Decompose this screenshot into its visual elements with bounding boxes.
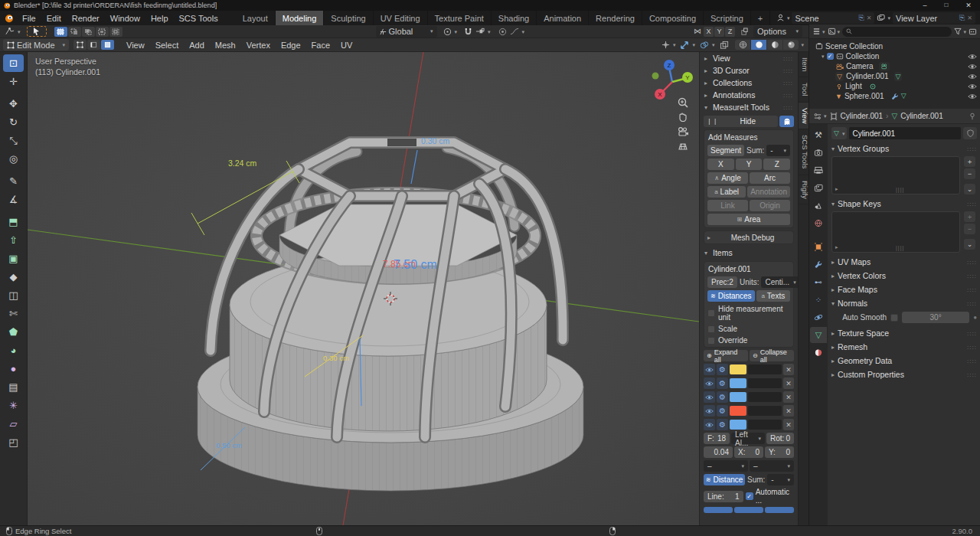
align-dropdown[interactable]: Left Al...▾ [731, 433, 765, 444]
partial-button-2[interactable] [734, 507, 763, 513]
delete-measure-icon[interactable]: ✕ [783, 391, 794, 403]
tool-annotate[interactable]: ✎ [3, 172, 24, 190]
panel-header-vertex-groups[interactable]: ▾Vertex Groups:::: [831, 142, 977, 155]
collection-checkbox[interactable]: ✓ [827, 53, 834, 60]
app-menu-blender-icon[interactable] [0, 13, 17, 23]
tool-extrude-region[interactable]: ⇧ [3, 231, 24, 249]
modifier-wrench-icon[interactable] [891, 93, 899, 100]
visibility-eye-icon[interactable] [704, 377, 715, 389]
viewport-menu-face[interactable]: Face [306, 38, 335, 51]
editor-type-icon[interactable]: ▾ [812, 28, 825, 35]
sidebar-tab-view[interactable]: View [799, 103, 809, 129]
angle-button[interactable]: ∧Angle [707, 172, 748, 184]
transform-orientation-dropdown[interactable]: Global▾ [376, 26, 437, 38]
viewport-3d[interactable]: 0.30 cm 3.24 cm 7.85 cm 7.50 cm 0.30 cm … [28, 52, 699, 525]
grid-perspective-icon[interactable] [677, 140, 689, 152]
select-mode-extend-button[interactable] [68, 27, 81, 37]
select-mode-subtract-button[interactable] [82, 27, 95, 37]
tool-scale[interactable]: ⤡ [3, 132, 24, 149]
show-gizmo-dropdown[interactable]: ▾ [662, 41, 676, 49]
measureit-ghost-button[interactable] [779, 116, 794, 127]
units-dropdown[interactable]: Centi...▾ [761, 276, 798, 288]
tool-knife[interactable]: ✄ [3, 305, 24, 322]
outliner-row-light[interactable]: Light [809, 81, 980, 91]
visibility-eye-icon[interactable] [968, 93, 977, 100]
add-vertex-group-button[interactable]: ＋ [964, 156, 975, 167]
workspace-tab-scripting[interactable]: Scripting [704, 11, 751, 25]
automatic-checkbox[interactable]: ✓ [746, 492, 753, 500]
workspace-tab-sculpting[interactable]: Sculpting [324, 11, 373, 25]
workspace-tab-modeling[interactable]: Modeling [276, 11, 325, 25]
measure-name-field[interactable] [748, 364, 782, 374]
offset-x-field[interactable]: X:0 [734, 446, 763, 458]
measure-color-swatch[interactable] [730, 378, 746, 388]
shading-material-button[interactable] [767, 40, 782, 50]
breadcrumb-object-name[interactable]: Cylinder.001 [841, 112, 884, 120]
visibility-eye-icon[interactable] [704, 405, 715, 417]
filter-icon[interactable]: ▾ [954, 28, 966, 35]
tool-measure[interactable]: ∡ [3, 191, 24, 208]
override-checkbox[interactable] [707, 337, 715, 345]
measure-z-button[interactable]: Z [763, 159, 790, 170]
area-button[interactable]: ⊞Area [707, 214, 790, 225]
tab-object[interactable] [810, 239, 827, 255]
vertex-groups-list[interactable]: ▸ |||| [831, 156, 960, 194]
sidebar-tab-rigify[interactable]: Rigify [799, 175, 809, 205]
tab-world[interactable] [810, 215, 827, 231]
tool-smooth[interactable]: ● [3, 360, 24, 377]
new-collection-icon[interactable] [969, 28, 977, 35]
xray-toggle-button[interactable] [720, 41, 729, 50]
menu-help[interactable]: Help [145, 11, 174, 25]
tool-add-cube[interactable]: ⬒ [3, 213, 24, 230]
vertex-group-specials-button[interactable]: ⌄ [964, 184, 975, 194]
sidebar-tab-item[interactable]: Item [799, 52, 809, 77]
viewport-menu-uv[interactable]: UV [335, 38, 358, 51]
tab-tool[interactable]: ⚒ [810, 127, 827, 143]
mesh-debug-panel-header[interactable]: ▸ Mesh Debug [704, 230, 794, 244]
distance-sum-dropdown[interactable]: -▾ [767, 474, 794, 485]
items-section-header[interactable]: ▾Items [700, 247, 798, 259]
outliner-row-cylinder[interactable]: ▽ Cylinder.001 ▽ [809, 71, 980, 81]
pivot-point-dropdown[interactable]: ▾ [443, 28, 458, 36]
tool-shrink-fatten[interactable]: ✳ [3, 397, 24, 414]
npanel-section-view[interactable]: ▸View:::: [700, 52, 798, 64]
tool-poly-build[interactable]: ⬟ [3, 323, 24, 341]
measureit-hide-button[interactable]: ❘❘Hide [704, 116, 778, 127]
workspace-tab-layout[interactable]: Layout [236, 11, 276, 25]
unlink-scene-icon[interactable]: ✕ [867, 15, 872, 21]
outliner-row-collection[interactable]: ▾ ✓ Collection [809, 51, 980, 61]
proportional-editing-icon[interactable] [498, 28, 507, 36]
snap-magnet-icon[interactable] [464, 28, 472, 36]
maximize-button[interactable]: □ [936, 2, 957, 8]
snap-cube-icon[interactable] [740, 28, 749, 36]
menu-window[interactable]: Window [105, 11, 145, 25]
overlays-dropdown[interactable]: ▾ [700, 41, 715, 50]
segment-button[interactable]: Segment [707, 145, 744, 156]
settings-gear-icon[interactable]: ⚙ [717, 364, 728, 375]
vertex-select-mode-button[interactable] [74, 40, 87, 50]
measure-name-field[interactable] [748, 392, 782, 402]
auto-smooth-angle-field[interactable]: 30° [902, 312, 969, 323]
panel-header-vertex-colors[interactable]: ▸Vertex Colors:::: [831, 270, 977, 282]
tab-constraints[interactable]: ⊷ [810, 274, 827, 290]
tool-loop-cut[interactable]: ◫ [3, 286, 24, 304]
view-layer-icon[interactable]: ▾ [877, 14, 890, 22]
distances-toggle[interactable]: ≋Distances [707, 290, 755, 302]
shading-rendered-button[interactable] [783, 40, 799, 50]
light-data-icon[interactable] [869, 83, 877, 90]
shading-wireframe-button[interactable] [735, 40, 750, 50]
panel-header-normals[interactable]: ▾Normals:::: [831, 297, 977, 309]
visibility-eye-icon[interactable] [968, 54, 977, 60]
precision-field[interactable]: Prec:2 [707, 276, 737, 288]
scale-checkbox[interactable] [707, 325, 715, 333]
menu-edit[interactable]: Edit [41, 11, 67, 25]
workspace-tab-add[interactable]: + [751, 11, 770, 25]
tweak-select-tool-button[interactable] [27, 26, 47, 37]
active-tool-icon[interactable]: ▾ [5, 27, 21, 36]
viewport-menu-view[interactable]: View [121, 38, 150, 51]
edge-select-mode-button[interactable] [87, 40, 100, 50]
remove-shape-key-button[interactable]: − [964, 224, 975, 234]
viewport-menu-mesh[interactable]: Mesh [210, 38, 241, 51]
outliner-row-camera[interactable]: Camera [809, 61, 980, 71]
arc-button[interactable]: Arc [750, 172, 790, 184]
